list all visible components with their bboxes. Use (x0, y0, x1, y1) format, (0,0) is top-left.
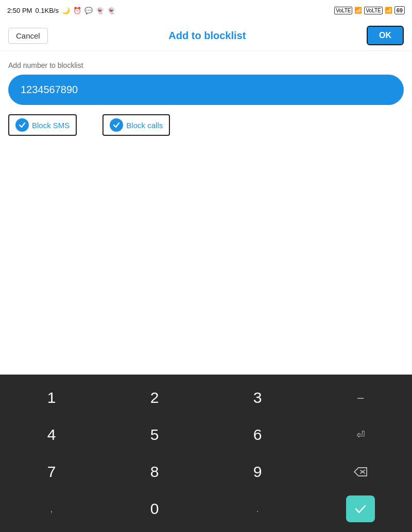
status-left: 2:50 PM 0.1KB/s 🌙 ⏰ 💬 👻 👻 (7, 7, 115, 14)
empty-space (0, 141, 412, 244)
page-title: Add to blocklist (168, 30, 246, 42)
moon-icon: 🌙 (62, 7, 70, 14)
header: Cancel Add to blocklist OK (0, 21, 412, 51)
key-comma[interactable]: , (0, 491, 103, 527)
checkmark-sms-icon (19, 121, 26, 129)
key-2[interactable]: 2 (103, 380, 206, 416)
block-calls-label: Block calls (126, 121, 163, 130)
checkmark-calls-icon (113, 121, 120, 129)
checkbox-row: Block SMS Block calls (8, 114, 404, 136)
key-6[interactable]: 6 (206, 417, 309, 453)
snapchat-icon1: 👻 (96, 7, 104, 14)
key-8[interactable]: 8 (103, 454, 206, 490)
keyboard-row-3: 7 8 9 (0, 454, 412, 490)
content-area: Add number to blocklist 1234567890 Block… (0, 51, 412, 141)
volte-icon: VoLTE (334, 7, 352, 14)
key-1[interactable]: 1 (0, 380, 103, 416)
check-circle-sms (15, 118, 29, 132)
key-period[interactable]: . (206, 491, 309, 527)
keyboard-row-1: 1 2 3 – (0, 380, 412, 416)
snapchat-icon2: 👻 (107, 7, 115, 14)
whatsapp-icon: 💬 (84, 7, 93, 14)
key-4[interactable]: 4 (0, 417, 103, 453)
backspace-key[interactable] (309, 454, 412, 490)
keyboard-row-4: , 0 . (0, 491, 412, 527)
ok-button[interactable]: OK (367, 26, 404, 45)
keyboard: 1 2 3 – 4 5 6 ⏎ 7 8 9 , 0 . (0, 375, 412, 532)
clock-icon: ⏰ (73, 7, 81, 14)
cancel-button[interactable]: Cancel (8, 28, 48, 44)
block-sms-checkbox[interactable]: Block SMS (8, 114, 77, 136)
done-button[interactable] (346, 495, 375, 522)
key-done[interactable] (309, 491, 412, 527)
key-7[interactable]: 7 (0, 454, 103, 490)
block-calls-checkbox[interactable]: Block calls (102, 114, 170, 136)
form-label: Add number to blocklist (8, 61, 404, 69)
check-circle-calls (110, 118, 123, 132)
backspace-icon (353, 467, 368, 477)
signal-4g-icon: 📶 (354, 7, 362, 14)
key-5[interactable]: 5 (103, 417, 206, 453)
status-right: VoLTE 📶 VoLTE 📶 69 (334, 6, 405, 14)
key-0[interactable]: 0 (103, 491, 206, 527)
key-minus[interactable]: – (309, 380, 412, 416)
block-sms-label: Block SMS (32, 121, 70, 130)
done-checkmark-icon (354, 502, 367, 516)
key-return[interactable]: ⏎ (309, 417, 412, 453)
battery: 69 (394, 6, 405, 14)
number-input[interactable]: 1234567890 (8, 75, 404, 105)
volte2-icon: VoLTE (364, 7, 382, 14)
key-3[interactable]: 3 (206, 380, 309, 416)
speed: 0.1KB/s (35, 7, 59, 14)
keyboard-row-2: 4 5 6 ⏎ (0, 417, 412, 453)
status-bar: 2:50 PM 0.1KB/s 🌙 ⏰ 💬 👻 👻 VoLTE 📶 VoLTE … (0, 0, 412, 21)
time: 2:50 PM (7, 7, 32, 14)
signal2-icon: 📶 (385, 7, 392, 14)
key-9[interactable]: 9 (206, 454, 309, 490)
